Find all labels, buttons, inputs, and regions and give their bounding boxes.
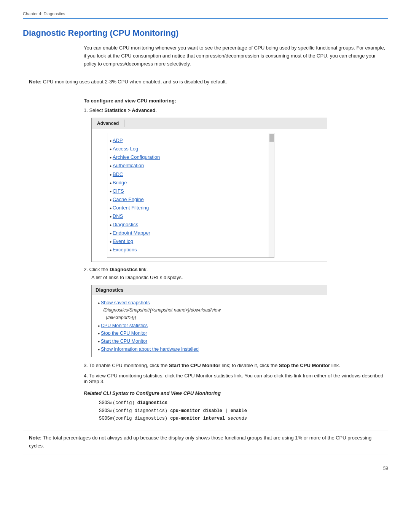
code-line2-sep: | <box>222 408 231 414</box>
list-item: Stop the CPU Monitor <box>98 329 321 337</box>
code-line2-normal: SGOS#(config diagnostics) <box>99 408 170 414</box>
scrollbar[interactable] <box>269 133 274 257</box>
nav-link-cifs[interactable]: CIFS <box>113 188 124 194</box>
diagnostics-list: Show saved snapshots /Diagnostics/Snapsh… <box>98 299 321 353</box>
note2-label: Note: <box>29 435 41 441</box>
step2-prefix: 2. Click the <box>84 267 110 272</box>
page-title: Diagnostic Reporting (CPU Monitoring) <box>23 28 388 38</box>
advanced-tab-label[interactable]: Advanced <box>96 120 124 127</box>
nav-list-container: ADP Access Log Archive Configuration Aut… <box>107 133 274 257</box>
intro-paragraph: You can enable CPU monitoring whenever y… <box>84 44 388 68</box>
list-item[interactable]: Authentication <box>110 161 266 170</box>
scrollbar-thumb[interactable] <box>269 134 274 142</box>
code-line2-bold2: enable <box>231 408 247 414</box>
diag-link-hardware-info[interactable]: Show information about the hardware inst… <box>101 347 199 352</box>
nav-link-bdc[interactable]: BDC <box>113 171 123 177</box>
code-line3-normal: SGOS#(config diagnostics) <box>99 416 170 421</box>
related-cli-heading: Related CLI Syntax to Configure and View… <box>84 390 388 396</box>
list-item[interactable]: ADP <box>110 136 266 145</box>
step-1: 1. Select Statistics > Advanced. Advance… <box>84 107 388 262</box>
code-line-3: SGOS#(config diagnostics) cpu-monitor in… <box>99 415 388 422</box>
nav-link-access-log[interactable]: Access Log <box>113 146 138 152</box>
list-item[interactable]: Endpoint Mapper <box>110 229 266 237</box>
step-4: 4. To view CPU monitoring statistics, cl… <box>84 373 388 384</box>
code-line-2: SGOS#(config diagnostics) cpu-monitor di… <box>99 407 388 415</box>
advanced-panel: Advanced ADP Access Log Archive Configur… <box>91 118 327 262</box>
steps-container: 1. Select Statistics > Advanced. Advance… <box>84 107 388 384</box>
nav-link-dns[interactable]: DNS <box>113 213 123 219</box>
step3-bold2: Stop the CPU Monitor <box>279 363 330 368</box>
step2-sub: A list of links to Diagnostic URLs displ… <box>91 275 388 280</box>
nav-link-bridge[interactable]: Bridge <box>113 180 127 185</box>
diag-link-cpu-monitor-stats[interactable]: CPU Monitor statistics <box>101 323 148 328</box>
list-item[interactable]: BDC <box>110 170 266 179</box>
list-item: Start the CPU Monitor <box>98 337 321 345</box>
code-line3-italic: seconds <box>225 416 247 421</box>
note1-text: CPU monitoring uses about 2-3% CPU when … <box>41 79 227 85</box>
diag-link-start-cpu[interactable]: Start the CPU Monitor <box>101 339 147 344</box>
note-box-1: Note: CPU monitoring uses about 2-3% CPU… <box>23 74 388 90</box>
list-item[interactable]: Diagnostics <box>110 220 266 229</box>
list-item[interactable]: Bridge <box>110 179 266 187</box>
step2-suffix: link. <box>138 267 148 272</box>
code-line1-bold: diagnostics <box>137 400 167 406</box>
code-line2-bold1: cpu-monitor disable <box>170 408 222 414</box>
list-item[interactable]: CIFS <box>110 187 266 195</box>
nav-link-event-log[interactable]: Event log <box>113 238 133 244</box>
diagnostics-panel-body: Show saved snapshots /Diagnostics/Snapsh… <box>92 295 327 357</box>
advanced-panel-body: ADP Access Log Archive Configuration Aut… <box>92 129 327 261</box>
list-item: Show saved snapshots /Diagnostics/Snapsh… <box>98 299 321 322</box>
list-item[interactable]: Content Filtering <box>110 204 266 212</box>
diag-snapshot-path: /Diagnostics/Snapshot/{<snapshot name>}/… <box>103 307 321 322</box>
list-item[interactable]: Exceptions <box>110 246 266 254</box>
code-block: SGOS#(config) diagnostics SGOS#(config d… <box>99 399 388 422</box>
step1-suffix: . <box>155 107 157 113</box>
list-item[interactable]: Access Log <box>110 145 266 153</box>
nav-link-archive-config[interactable]: Archive Configuration <box>113 154 160 160</box>
step1-prefix: 1. Select <box>84 107 104 113</box>
nav-link-content-filtering[interactable]: Content Filtering <box>113 205 149 211</box>
list-item[interactable]: DNS <box>110 212 266 220</box>
step-2: 2. Click the Diagnostics link. <box>84 267 388 272</box>
nav-link-authentication[interactable]: Authentication <box>113 163 144 168</box>
note1-label: Note: <box>29 79 41 85</box>
page-number: 59 <box>23 466 388 471</box>
nav-link-exceptions[interactable]: Exceptions <box>113 247 137 252</box>
note-box-2: Note: The total percentages do not alway… <box>23 430 388 454</box>
nav-link-adp[interactable]: ADP <box>113 137 123 143</box>
chapter-header: Chapter 4: Diagnostics <box>23 11 388 19</box>
diagnostics-panel: Diagnostics Show saved snapshots /Diagno… <box>91 285 327 358</box>
diag-link-stop-cpu[interactable]: Stop the CPU Monitor <box>101 331 147 336</box>
diagnostics-panel-header: Diagnostics <box>92 285 327 295</box>
chapter-label: Chapter 4: Diagnostics <box>23 11 65 16</box>
list-item[interactable]: Archive Configuration <box>110 153 266 161</box>
step2-bold: Diagnostics <box>110 267 138 272</box>
diag-link-snapshots[interactable]: Show saved snapshots <box>101 300 150 305</box>
list-item[interactable]: Cache Engine <box>110 195 266 204</box>
list-item: CPU Monitor statistics <box>98 322 321 330</box>
nav-link-diagnostics[interactable]: Diagnostics <box>113 222 138 227</box>
list-item[interactable]: Event log <box>110 237 266 246</box>
step3-mid: link; to disable it, click the <box>220 363 279 368</box>
step1-bold: Statistics > Advanced <box>104 107 155 113</box>
step-3: 3. To enable CPU monitoring, click the S… <box>84 363 388 368</box>
nav-link-endpoint-mapper[interactable]: Endpoint Mapper <box>113 230 150 236</box>
nav-link-cache-engine[interactable]: Cache Engine <box>113 197 144 202</box>
nav-list: ADP Access Log Archive Configuration Aut… <box>110 136 266 254</box>
step3-prefix: 3. To enable CPU monitoring, click the <box>84 363 169 368</box>
configure-heading: To configure and view CPU monitoring: <box>84 98 388 104</box>
step3-suffix: link. <box>330 363 340 368</box>
advanced-panel-header: Advanced <box>92 118 327 129</box>
step3-bold1: Start the CPU Monitor <box>169 363 220 368</box>
code-line3-bold1: cpu-monitor interval <box>170 416 225 421</box>
list-item: Show information about the hardware inst… <box>98 345 321 353</box>
code-line1-normal: SGOS#(config) <box>99 400 137 406</box>
code-line-1: SGOS#(config) diagnostics <box>99 399 388 407</box>
note2-text: The total percentages do not always add … <box>29 435 371 449</box>
